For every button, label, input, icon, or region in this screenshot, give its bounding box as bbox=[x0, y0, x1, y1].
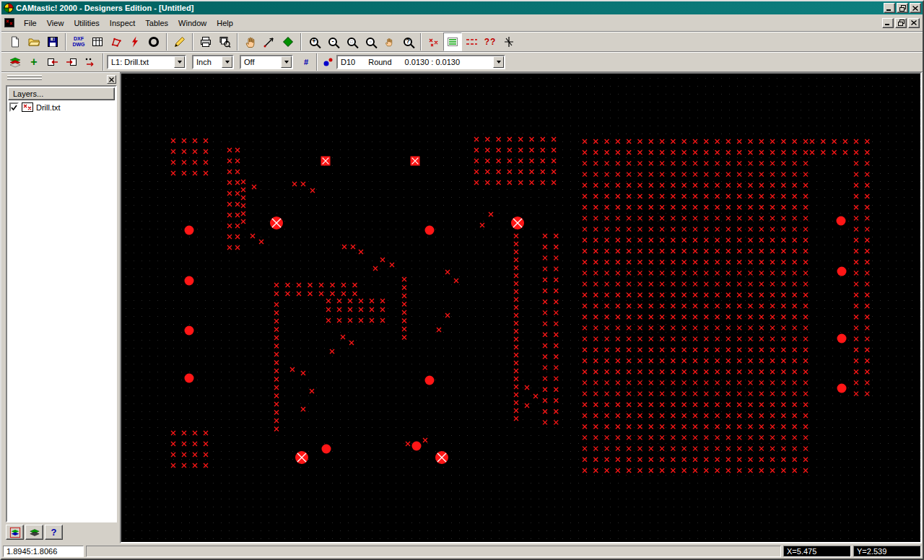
child-window-icon[interactable] bbox=[4, 18, 16, 28]
chevron-down-icon bbox=[497, 61, 501, 64]
drill-symbols-button[interactable] bbox=[424, 32, 443, 51]
print-preview-button[interactable] bbox=[215, 32, 234, 51]
import-dxf-dwg-button[interactable]: DXF DWG bbox=[69, 32, 88, 51]
minimize-button[interactable] bbox=[884, 3, 895, 13]
toolbar-separator bbox=[420, 33, 422, 51]
chevron-down-icon bbox=[178, 61, 182, 64]
toolbar-separator bbox=[300, 33, 302, 51]
dock-grip[interactable] bbox=[7, 78, 42, 80]
dock-close-button[interactable] bbox=[107, 75, 116, 84]
dcode-table-icon bbox=[91, 35, 104, 48]
save-button[interactable] bbox=[43, 32, 62, 51]
pencil-icon bbox=[173, 35, 186, 48]
dcode-grid-button[interactable]: # bbox=[299, 53, 313, 71]
menu-help[interactable]: Help bbox=[212, 17, 238, 30]
mdi-close-button[interactable] bbox=[908, 18, 920, 28]
units-combo[interactable]: Inch bbox=[192, 55, 234, 69]
aperture-button[interactable] bbox=[321, 53, 336, 71]
snap-combo[interactable]: Off bbox=[240, 55, 293, 69]
layer-row[interactable]: Drill.txt bbox=[8, 100, 115, 112]
current-layer-value: L1: Drill.txt bbox=[111, 58, 149, 66]
zoom-out-button[interactable]: - bbox=[323, 32, 342, 51]
measure-icon bbox=[263, 35, 276, 48]
goto-layer-button[interactable] bbox=[81, 53, 100, 71]
previous-layer-icon bbox=[46, 56, 59, 69]
restore-button[interactable] bbox=[897, 3, 908, 13]
menu-window[interactable]: Window bbox=[173, 17, 212, 30]
new-file-button[interactable] bbox=[6, 32, 25, 51]
current-layer-combo-arrow[interactable] bbox=[174, 56, 185, 68]
dxf-dwg-icon: DXF DWG bbox=[72, 36, 84, 48]
highlight-net-button[interactable] bbox=[443, 32, 462, 51]
status-message bbox=[86, 546, 781, 557]
pan-hand-icon bbox=[244, 35, 257, 48]
add-layer-button[interactable]: + bbox=[25, 53, 43, 71]
zoom-pan-button[interactable] bbox=[380, 32, 398, 51]
print-button[interactable] bbox=[196, 32, 215, 51]
aperture-combo-arrow[interactable] bbox=[493, 56, 504, 68]
layers-table-button[interactable] bbox=[6, 53, 25, 71]
trace-query-button[interactable] bbox=[462, 32, 481, 51]
lightning-icon bbox=[128, 35, 141, 48]
zoom-window-icon: □ bbox=[347, 38, 356, 46]
zoom-query-button[interactable]: ? bbox=[398, 32, 417, 51]
fill-button[interactable] bbox=[279, 32, 297, 51]
drill-symbols-icon bbox=[427, 35, 440, 48]
snap-combo-arrow[interactable] bbox=[281, 56, 292, 68]
donut-button[interactable] bbox=[144, 32, 163, 51]
mdi-window-controls bbox=[881, 18, 920, 28]
units-combo-arrow[interactable] bbox=[222, 56, 232, 68]
close-button[interactable] bbox=[910, 3, 921, 13]
menu-inspect[interactable]: Inspect bbox=[105, 17, 140, 30]
status-y-coordinate: Y=2.539 bbox=[853, 546, 921, 557]
dimension-button[interactable] bbox=[500, 32, 518, 51]
layers-dock-panel: Layers... Drill.txt ? bbox=[6, 74, 117, 542]
help-tab[interactable]: ? bbox=[45, 525, 63, 540]
menu-view[interactable]: View bbox=[42, 17, 69, 30]
polygon-pour-button[interactable] bbox=[107, 32, 126, 51]
layers-button[interactable]: Layers... bbox=[8, 87, 115, 100]
menu-tables[interactable]: Tables bbox=[140, 17, 173, 30]
flash-find-button[interactable] bbox=[126, 32, 144, 51]
toolbar-separator bbox=[237, 33, 238, 51]
status-bar: 1.8945:1.8066 X=5.475 Y=2.539 bbox=[1, 544, 923, 559]
save-icon bbox=[46, 35, 59, 48]
goto-layer-icon bbox=[84, 56, 97, 69]
toolbar-separator bbox=[316, 53, 318, 71]
current-layer-combo[interactable]: L1: Drill.txt bbox=[107, 55, 186, 69]
draw-edit-button[interactable] bbox=[170, 32, 189, 51]
main-toolbar: DXF DWG + - □ ○ ? ?? bbox=[1, 32, 923, 52]
zoom-in-button[interactable]: + bbox=[305, 32, 323, 51]
donut-icon bbox=[147, 35, 160, 48]
dock-tabs: ? bbox=[6, 525, 63, 540]
aperture-combo[interactable]: D10 Round 0.0130 : 0.0130 bbox=[336, 55, 505, 69]
app-icon bbox=[4, 3, 14, 13]
open-folder-icon bbox=[27, 35, 40, 48]
measure-button[interactable] bbox=[260, 32, 279, 51]
title-bar: CAMtastic! 2000 - Designers Edition - [U… bbox=[1, 1, 923, 14]
menu-file[interactable]: File bbox=[19, 17, 42, 30]
toolbar-separator bbox=[65, 33, 66, 51]
layers-stack-icon bbox=[9, 56, 22, 69]
layer-color-icon bbox=[22, 102, 33, 112]
dock-header[interactable] bbox=[6, 75, 117, 84]
drill-canvas[interactable] bbox=[121, 74, 921, 542]
open-file-button[interactable] bbox=[25, 32, 43, 51]
previous-layer-button[interactable] bbox=[43, 53, 62, 71]
zoom-all-icon: ○ bbox=[366, 38, 375, 46]
dcode-table-button[interactable] bbox=[88, 32, 107, 51]
zoom-all-button[interactable]: ○ bbox=[361, 32, 380, 51]
pan-button[interactable] bbox=[241, 32, 260, 51]
dock-grip[interactable] bbox=[7, 75, 42, 77]
mdi-restore-button[interactable] bbox=[895, 18, 907, 28]
layers-tab[interactable] bbox=[25, 525, 43, 540]
mdi-minimize-button[interactable] bbox=[882, 18, 894, 28]
board-tab[interactable] bbox=[6, 525, 24, 540]
zoom-window-button[interactable]: □ bbox=[342, 32, 361, 51]
layer-visible-checkbox[interactable] bbox=[9, 102, 19, 112]
menu-utilities[interactable]: Utilities bbox=[69, 17, 104, 30]
object-query-button[interactable]: ?? bbox=[481, 32, 500, 51]
plus-icon: + bbox=[30, 56, 37, 68]
next-layer-button[interactable] bbox=[62, 53, 81, 71]
dimension-cross-icon bbox=[502, 35, 515, 48]
